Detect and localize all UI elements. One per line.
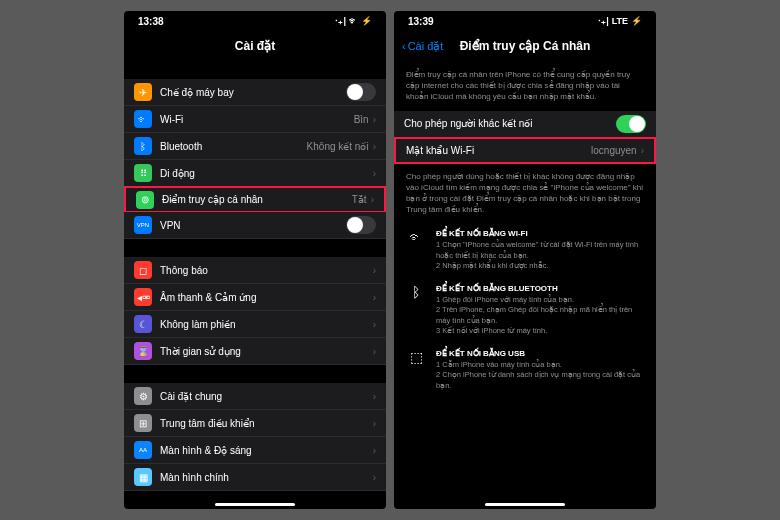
home-indicator[interactable] — [485, 503, 565, 506]
instruction-line: 1 Ghép đôi iPhone với máy tính của bạn. — [436, 295, 644, 306]
battery-icon: ⚡ — [361, 16, 372, 26]
chevron-right-icon: › — [373, 445, 376, 456]
row-icon: ✈ — [134, 83, 152, 101]
row-icon: ◂⚮ — [134, 288, 152, 306]
settings-row[interactable]: ⊚Điểm truy cập cá nhânTắt› — [124, 186, 386, 213]
description-2: Cho phép người dùng hoặc thiết bị khác k… — [394, 163, 656, 224]
row-value: Không kết nối — [307, 141, 369, 152]
row-icon: ᛒ — [134, 137, 152, 155]
row-icon: ⌛ — [134, 342, 152, 360]
settings-row[interactable]: ᛒBluetoothKhông kết nối› — [124, 133, 386, 160]
settings-row[interactable]: AAMàn hình & Độ sáng› — [124, 437, 386, 464]
chevron-right-icon: › — [373, 292, 376, 303]
row-value: Bìn — [354, 114, 369, 125]
chevron-right-icon: › — [373, 319, 376, 330]
settings-row[interactable]: ◂⚮Âm thanh & Cảm ứng› — [124, 284, 386, 311]
password-label: Mật khẩu Wi-Fi — [406, 145, 591, 156]
instruction-line: 1 Cắm iPhone vào máy tính của bạn. — [436, 360, 644, 371]
row-label: Thời gian sử dụng — [160, 346, 373, 357]
back-label: Cài đặt — [408, 40, 444, 53]
chevron-right-icon: › — [373, 346, 376, 357]
allow-toggle[interactable] — [616, 115, 646, 133]
usb-instructions: ⬚ ĐỂ KẾT NỐI BẰNG USB 1 Cắm iPhone vào m… — [394, 343, 656, 398]
row-label: Trung tâm điều khiển — [160, 418, 373, 429]
row-label: Màn hình chính — [160, 472, 373, 483]
hotspot-screen: 13:39 ⋅₊| LTE ⚡ ‹ Cài đặt Điểm truy cập … — [394, 11, 656, 509]
bluetooth-icon: ᛒ — [406, 284, 426, 337]
password-value: locnguyen — [591, 145, 637, 156]
wifi-instructions: ᯤ ĐỂ KẾT NỐI BẰNG WI-FI 1 Chọn "iPhone c… — [394, 223, 656, 278]
header: ‹ Cài đặt Điểm truy cập Cá nhân — [394, 31, 656, 61]
row-icon: ▦ — [134, 468, 152, 486]
toggle[interactable] — [346, 216, 376, 234]
bt-title: ĐỂ KẾT NỐI BẰNG BLUETOOTH — [436, 284, 644, 293]
lte-label: LTE — [612, 16, 628, 26]
chevron-right-icon: › — [641, 145, 644, 156]
status-bar: 13:38 ⋅₊| ᯤ ⚡ — [124, 11, 386, 31]
row-label: Chế độ máy bay — [160, 87, 346, 98]
row-label: Âm thanh & Cảm ứng — [160, 292, 373, 303]
row-label: Không làm phiền — [160, 319, 373, 330]
home-indicator[interactable] — [215, 503, 295, 506]
page-title: Điểm truy cập Cá nhân — [460, 39, 591, 53]
row-icon: AA — [134, 441, 152, 459]
settings-screen: 13:38 ⋅₊| ᯤ ⚡ Cài đặt ✈Chế độ máy bayᯤWi… — [124, 11, 386, 509]
settings-row[interactable]: ⠿Di động› — [124, 160, 386, 187]
chevron-right-icon: › — [373, 114, 376, 125]
row-label: Bluetooth — [160, 141, 307, 152]
row-label: VPN — [160, 220, 346, 231]
chevron-right-icon: › — [373, 472, 376, 483]
row-icon: ⊞ — [134, 414, 152, 432]
settings-row[interactable]: ◻Thông báo› — [124, 257, 386, 284]
row-value: Tắt — [352, 194, 367, 205]
chevron-right-icon: › — [373, 168, 376, 179]
chevron-right-icon: › — [373, 391, 376, 402]
wifi-password-row[interactable]: Mật khẩu Wi-Fi locnguyen › — [394, 137, 656, 164]
row-icon: VPN — [134, 216, 152, 234]
back-button[interactable]: ‹ Cài đặt — [402, 40, 443, 53]
settings-row[interactable]: ⊞Trung tâm điều khiển› — [124, 410, 386, 437]
header: Cài đặt — [124, 31, 386, 61]
status-right: ⋅₊| ᯤ ⚡ — [335, 16, 372, 26]
settings-row[interactable]: ᯤWi-FiBìn› — [124, 106, 386, 133]
signal-icon: ⋅₊| — [335, 16, 346, 26]
settings-row[interactable]: ✈Chế độ máy bay — [124, 79, 386, 106]
row-icon: ☾ — [134, 315, 152, 333]
usb-icon: ⬚ — [406, 349, 426, 392]
settings-row[interactable]: VPNVPN — [124, 212, 386, 239]
description: Điểm truy cập cá nhân trên iPhone có thể… — [394, 61, 656, 111]
chevron-right-icon: › — [373, 141, 376, 152]
instruction-line: 2 Chọn iPhone từ danh sách dịch vụ mạng … — [436, 370, 644, 391]
bluetooth-instructions: ᛒ ĐỂ KẾT NỐI BẰNG BLUETOOTH 1 Ghép đôi i… — [394, 278, 656, 343]
toggle[interactable] — [346, 83, 376, 101]
row-icon: ⠿ — [134, 164, 152, 182]
settings-row[interactable]: ⌛Thời gian sử dụng› — [124, 338, 386, 365]
page-title: Cài đặt — [235, 39, 275, 53]
settings-row[interactable]: ▦Màn hình chính› — [124, 464, 386, 491]
row-icon: ᯤ — [134, 110, 152, 128]
settings-row[interactable]: ☾Không làm phiền› — [124, 311, 386, 338]
time: 13:38 — [138, 16, 164, 27]
time: 13:39 — [408, 16, 434, 27]
allow-others-row[interactable]: Cho phép người khác kết nối — [394, 111, 656, 138]
chevron-right-icon: › — [371, 194, 374, 205]
wifi-title: ĐỂ KẾT NỐI BẰNG WI-FI — [436, 229, 644, 238]
allow-label: Cho phép người khác kết nối — [404, 118, 616, 129]
chevron-right-icon: › — [373, 418, 376, 429]
row-icon: ⚙ — [134, 387, 152, 405]
row-label: Cài đặt chung — [160, 391, 373, 402]
settings-row[interactable]: ⚙Cài đặt chung› — [124, 383, 386, 410]
instruction-line: 2 Trên iPhone, chạm Ghép đôi hoặc nhập m… — [436, 305, 644, 326]
row-icon: ◻ — [134, 261, 152, 279]
instruction-line: 2 Nhập mật khẩu khi được nhắc. — [436, 261, 644, 272]
chevron-left-icon: ‹ — [402, 40, 406, 52]
wifi-icon: ᯤ — [406, 229, 426, 272]
status-bar: 13:39 ⋅₊| LTE ⚡ — [394, 11, 656, 31]
instruction-line: 1 Chọn "iPhone của welcome" từ cài đặt W… — [436, 240, 644, 261]
row-label: Di động — [160, 168, 373, 179]
usb-title: ĐỂ KẾT NỐI BẰNG USB — [436, 349, 644, 358]
battery-icon: ⚡ — [631, 16, 642, 26]
row-label: Thông báo — [160, 265, 373, 276]
signal-icon: ⋅₊| — [598, 16, 609, 26]
status-right: ⋅₊| LTE ⚡ — [598, 16, 642, 26]
